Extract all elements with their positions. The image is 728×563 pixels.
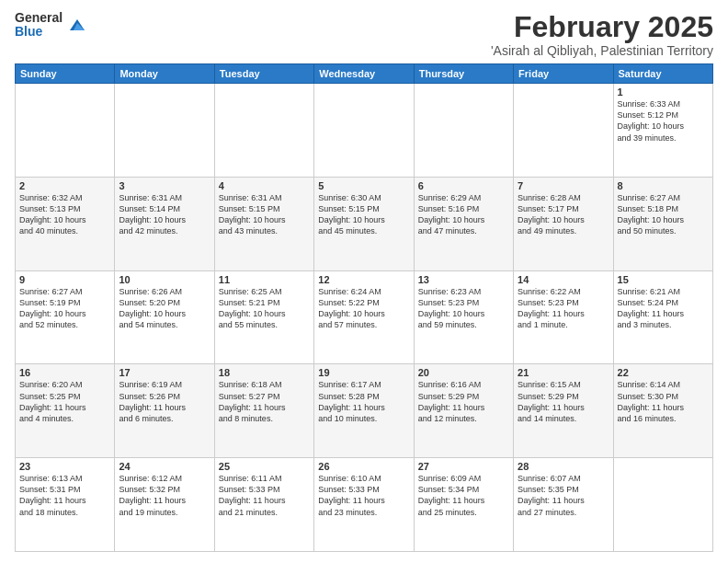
day-cell: 11Sunrise: 6:25 AM Sunset: 5:21 PM Dayli… — [214, 270, 313, 364]
day-info: Sunrise: 6:29 AM Sunset: 5:16 PM Dayligh… — [418, 192, 509, 237]
day-number: 10 — [119, 274, 210, 285]
day-number: 20 — [418, 367, 509, 378]
day-info: Sunrise: 6:11 AM Sunset: 5:33 PM Dayligh… — [219, 473, 310, 518]
day-info: Sunrise: 6:07 AM Sunset: 5:35 PM Dayligh… — [518, 473, 609, 518]
day-number: 25 — [219, 461, 310, 472]
day-number: 12 — [318, 274, 409, 285]
day-cell — [514, 84, 613, 178]
day-cell: 15Sunrise: 6:21 AM Sunset: 5:24 PM Dayli… — [613, 270, 712, 364]
header: General Blue February 2025 'Asirah al Qi… — [15, 11, 713, 58]
day-cell: 9Sunrise: 6:27 AM Sunset: 5:19 PM Daylig… — [16, 270, 115, 364]
day-cell: 16Sunrise: 6:20 AM Sunset: 5:25 PM Dayli… — [16, 364, 115, 458]
week-row-1: 2Sunrise: 6:32 AM Sunset: 5:13 PM Daylig… — [16, 177, 713, 270]
day-number: 16 — [19, 367, 110, 378]
day-info: Sunrise: 6:17 AM Sunset: 5:28 PM Dayligh… — [318, 379, 409, 424]
col-header-tuesday: Tuesday — [214, 64, 313, 84]
day-number: 26 — [318, 461, 409, 472]
day-number: 3 — [119, 180, 210, 191]
day-cell: 4Sunrise: 6:31 AM Sunset: 5:15 PM Daylig… — [214, 177, 313, 270]
day-cell: 6Sunrise: 6:29 AM Sunset: 5:16 PM Daylig… — [414, 177, 513, 270]
week-row-4: 23Sunrise: 6:13 AM Sunset: 5:31 PM Dayli… — [16, 458, 713, 552]
day-number: 24 — [119, 461, 210, 472]
day-number: 18 — [219, 367, 310, 378]
day-number: 22 — [618, 367, 709, 378]
day-info: Sunrise: 6:09 AM Sunset: 5:34 PM Dayligh… — [418, 473, 509, 518]
logo: General Blue — [15, 11, 88, 40]
day-number: 13 — [418, 274, 509, 285]
day-number: 11 — [219, 274, 310, 285]
day-cell: 24Sunrise: 6:12 AM Sunset: 5:32 PM Dayli… — [115, 458, 214, 552]
logo-icon — [66, 14, 88, 36]
day-cell: 18Sunrise: 6:18 AM Sunset: 5:27 PM Dayli… — [214, 364, 313, 458]
day-number: 19 — [318, 367, 409, 378]
calendar-header-row: SundayMondayTuesdayWednesdayThursdayFrid… — [16, 64, 713, 84]
day-cell — [214, 84, 313, 178]
day-cell: 17Sunrise: 6:19 AM Sunset: 5:26 PM Dayli… — [115, 364, 214, 458]
day-number: 9 — [19, 274, 110, 285]
month-title: February 2025 — [491, 11, 713, 43]
day-number: 23 — [19, 461, 110, 472]
day-number: 5 — [318, 180, 409, 191]
day-info: Sunrise: 6:27 AM Sunset: 5:19 PM Dayligh… — [19, 286, 110, 331]
col-header-monday: Monday — [115, 64, 214, 84]
col-header-wednesday: Wednesday — [314, 64, 414, 84]
day-info: Sunrise: 6:26 AM Sunset: 5:20 PM Dayligh… — [119, 286, 210, 331]
day-cell: 12Sunrise: 6:24 AM Sunset: 5:22 PM Dayli… — [314, 270, 414, 364]
day-info: Sunrise: 6:19 AM Sunset: 5:26 PM Dayligh… — [119, 379, 210, 424]
day-number: 6 — [418, 180, 509, 191]
day-info: Sunrise: 6:16 AM Sunset: 5:29 PM Dayligh… — [418, 379, 509, 424]
day-info: Sunrise: 6:33 AM Sunset: 5:12 PM Dayligh… — [618, 98, 709, 144]
day-cell: 7Sunrise: 6:28 AM Sunset: 5:17 PM Daylig… — [514, 177, 613, 270]
day-info: Sunrise: 6:13 AM Sunset: 5:31 PM Dayligh… — [19, 473, 110, 518]
day-info: Sunrise: 6:25 AM Sunset: 5:21 PM Dayligh… — [219, 286, 310, 331]
day-cell: 25Sunrise: 6:11 AM Sunset: 5:33 PM Dayli… — [214, 458, 313, 552]
day-info: Sunrise: 6:32 AM Sunset: 5:13 PM Dayligh… — [19, 192, 110, 237]
day-cell — [613, 458, 712, 552]
day-cell: 28Sunrise: 6:07 AM Sunset: 5:35 PM Dayli… — [514, 458, 613, 552]
day-info: Sunrise: 6:18 AM Sunset: 5:27 PM Dayligh… — [219, 379, 310, 424]
day-cell — [115, 84, 214, 178]
day-info: Sunrise: 6:30 AM Sunset: 5:15 PM Dayligh… — [318, 192, 409, 237]
week-row-3: 16Sunrise: 6:20 AM Sunset: 5:25 PM Dayli… — [16, 364, 713, 458]
col-header-friday: Friday — [514, 64, 613, 84]
day-info: Sunrise: 6:23 AM Sunset: 5:23 PM Dayligh… — [418, 286, 509, 331]
day-cell: 8Sunrise: 6:27 AM Sunset: 5:18 PM Daylig… — [613, 177, 712, 270]
day-info: Sunrise: 6:28 AM Sunset: 5:17 PM Dayligh… — [518, 192, 609, 237]
day-number: 8 — [618, 180, 709, 191]
day-cell: 13Sunrise: 6:23 AM Sunset: 5:23 PM Dayli… — [414, 270, 513, 364]
calendar-table: SundayMondayTuesdayWednesdayThursdayFrid… — [15, 63, 713, 552]
day-cell: 27Sunrise: 6:09 AM Sunset: 5:34 PM Dayli… — [414, 458, 513, 552]
day-cell: 19Sunrise: 6:17 AM Sunset: 5:28 PM Dayli… — [314, 364, 414, 458]
day-cell: 20Sunrise: 6:16 AM Sunset: 5:29 PM Dayli… — [414, 364, 513, 458]
week-row-0: 1Sunrise: 6:33 AM Sunset: 5:12 PM Daylig… — [16, 84, 713, 178]
day-cell — [16, 84, 115, 178]
day-info: Sunrise: 6:31 AM Sunset: 5:15 PM Dayligh… — [219, 192, 310, 237]
day-info: Sunrise: 6:21 AM Sunset: 5:24 PM Dayligh… — [618, 286, 709, 331]
day-number: 27 — [418, 461, 509, 472]
day-info: Sunrise: 6:15 AM Sunset: 5:29 PM Dayligh… — [518, 379, 609, 424]
day-number: 21 — [518, 367, 609, 378]
day-info: Sunrise: 6:10 AM Sunset: 5:33 PM Dayligh… — [318, 473, 409, 518]
day-number: 14 — [518, 274, 609, 285]
day-cell — [414, 84, 513, 178]
day-cell: 3Sunrise: 6:31 AM Sunset: 5:14 PM Daylig… — [115, 177, 214, 270]
day-cell: 14Sunrise: 6:22 AM Sunset: 5:23 PM Dayli… — [514, 270, 613, 364]
day-cell: 10Sunrise: 6:26 AM Sunset: 5:20 PM Dayli… — [115, 270, 214, 364]
day-number: 4 — [219, 180, 310, 191]
day-info: Sunrise: 6:31 AM Sunset: 5:14 PM Dayligh… — [119, 192, 210, 237]
day-number: 1 — [618, 86, 709, 98]
day-number: 28 — [518, 461, 609, 472]
col-header-saturday: Saturday — [613, 64, 712, 84]
day-number: 17 — [119, 367, 210, 378]
day-info: Sunrise: 6:24 AM Sunset: 5:22 PM Dayligh… — [318, 286, 409, 331]
page: General Blue February 2025 'Asirah al Qi… — [0, 0, 728, 563]
day-cell: 1Sunrise: 6:33 AM Sunset: 5:12 PM Daylig… — [613, 84, 712, 178]
day-cell: 5Sunrise: 6:30 AM Sunset: 5:15 PM Daylig… — [314, 177, 414, 270]
week-row-2: 9Sunrise: 6:27 AM Sunset: 5:19 PM Daylig… — [16, 270, 713, 364]
logo-blue-text: Blue — [15, 25, 63, 39]
day-cell: 2Sunrise: 6:32 AM Sunset: 5:13 PM Daylig… — [16, 177, 115, 270]
day-info: Sunrise: 6:20 AM Sunset: 5:25 PM Dayligh… — [19, 379, 110, 424]
day-info: Sunrise: 6:27 AM Sunset: 5:18 PM Dayligh… — [618, 192, 709, 237]
logo-general-text: General — [15, 11, 63, 25]
day-number: 15 — [618, 274, 709, 285]
